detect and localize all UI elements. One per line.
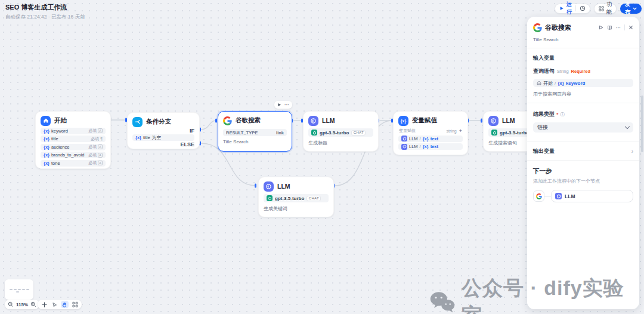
start-field-row[interactable]: {x}audience 必填A [41, 144, 106, 150]
docs-book-icon[interactable] [607, 25, 612, 30]
divider [527, 141, 639, 141]
chevron-down-icon [633, 7, 637, 10]
llm-icon [488, 116, 499, 126]
start-field-row[interactable]: {x}title 必填¶ [41, 136, 106, 142]
condition-row[interactable]: {x} title 为空 [132, 134, 194, 141]
if-branch-label: IF [132, 128, 194, 134]
publish-button-label[interactable]: 发布 [625, 1, 630, 16]
text-type-icon: A [98, 144, 103, 149]
minimap[interactable] [5, 279, 33, 300]
query-variable-selector[interactable]: 开始 / {x} keyword [533, 79, 633, 87]
node-title: 谷歌搜索 [236, 116, 261, 125]
param-value: link [276, 130, 284, 136]
node-start[interactable]: 开始 {x}keyword 必填A {x}title 必填¶ {x}audien… [35, 111, 111, 169]
query-required-badge: Required [571, 69, 591, 74]
add-variable-button[interactable]: + [459, 128, 462, 134]
start-field-row[interactable]: {x}keyword 必填A [41, 128, 106, 134]
query-label-row: 查询语句 String Required [533, 67, 633, 75]
output-vars-row[interactable]: 输出变量 › [533, 147, 633, 155]
variable-icon: {x} [44, 152, 49, 158]
model-name: gpt-3.5-turbo [275, 196, 304, 201]
page-scrollbar[interactable] [641, 96, 643, 152]
play-icon[interactable] [599, 25, 603, 30]
variable-icon: {x} [423, 144, 429, 149]
node-start-header: 开始 [41, 115, 106, 126]
panel-header: 谷歌搜索 ··· [533, 23, 633, 32]
history-clock-icon[interactable] [580, 5, 586, 11]
node-ifelse[interactable]: 条件分支 IF {x} title 为空 ELSE [127, 112, 200, 149]
param-row: RESULT_TYPE link [223, 129, 287, 136]
field-name: tone [51, 161, 60, 166]
node-config-panel: 谷歌搜索 ··· Title Search 输入变量 查询语句 String R… [527, 17, 639, 309]
home-icon [537, 81, 541, 85]
node-variable-assigner[interactable]: {x} 变量赋值 变量赋值 string + LLM / {x} text LL… [393, 111, 468, 155]
variable-icon: {x} [44, 128, 49, 134]
more-icon[interactable]: ··· [284, 102, 289, 107]
hand-tool[interactable] [61, 301, 69, 308]
ref-node-name: LLM [409, 144, 418, 149]
features-button-label[interactable]: 功能 [606, 1, 612, 16]
features-button[interactable]: 功能 [594, 4, 617, 14]
text-type-icon: A [98, 161, 103, 165]
close-icon[interactable] [628, 25, 633, 30]
pointer-tool[interactable] [51, 301, 58, 308]
run-button-label[interactable]: 运行 [566, 1, 572, 16]
next-step-preview: LLM [533, 190, 633, 202]
publish-button[interactable]: 发布 [620, 4, 642, 14]
start-field-row[interactable]: {x}tone 必填A [41, 160, 106, 167]
node-google-search[interactable]: 谷歌搜索 RESULT_TYPE link Title Search [218, 111, 292, 152]
variable-icon: {x} [44, 144, 49, 150]
chevron-down-icon [625, 124, 630, 129]
node-llm-keywords[interactable]: LLM gpt-3.5-turbo CHAT 生成关键词 [258, 177, 334, 217]
required-asterisk: * [556, 112, 559, 118]
node-llm-title[interactable]: LLM gpt-3.5-turbo CHAT 生成标题 [303, 111, 379, 152]
input-vars-section-label: 输入变量 [533, 54, 633, 62]
node-title: LLM [502, 117, 515, 124]
result-type-label: 结果类型 [533, 110, 555, 118]
llm-ref-icon [401, 144, 407, 150]
home-icon [41, 116, 51, 126]
node-llm-header: LLM [308, 115, 373, 126]
canvas-tools [38, 300, 82, 309]
assigner-row: LLM / {x} text [398, 143, 463, 150]
start-field-row[interactable]: {x}brands_to_avoid 必填A [41, 152, 106, 158]
divider [527, 103, 639, 103]
auto-layout-icon[interactable] [71, 301, 79, 308]
variable-icon: {x} [135, 135, 141, 140]
variable-icon: {x} [44, 161, 49, 166]
next-step-description: 添加此工作流程中的下一个节点 [533, 178, 633, 184]
openai-icon [267, 195, 273, 201]
run-button-group[interactable]: 运行 [555, 4, 590, 14]
node-google-header: 谷歌搜索 [223, 115, 287, 126]
required-label: 必填 [88, 152, 97, 158]
zoom-out-icon[interactable] [8, 301, 14, 307]
chevron-right-icon[interactable]: › [631, 148, 633, 155]
zoom-level[interactable]: 115% [16, 302, 28, 307]
google-icon [223, 116, 232, 125]
more-icon[interactable]: ··· [616, 25, 621, 30]
node-title: LLM [322, 117, 335, 124]
panel-subtitle: Title Search [533, 37, 633, 42]
ref-variable-name: text [431, 136, 438, 141]
model-row: gpt-3.5-turbo CHAT [264, 194, 329, 202]
param-key: RESULT_TYPE [226, 130, 258, 136]
next-node-llm[interactable]: LLM [551, 190, 633, 202]
llm-icon [308, 116, 318, 126]
play-icon [559, 6, 564, 11]
top-toolbar: 运行 功能 发布 [555, 3, 644, 14]
query-label: 查询语句 [533, 67, 555, 75]
required-label: 必填 [88, 160, 97, 166]
variable-icon: {x} [423, 136, 429, 141]
result-type-label-row: 结果类型 * ⓘ [533, 110, 633, 118]
workflow-title: SEO 博客生成工作流 [5, 3, 85, 12]
text-type-icon: A [98, 128, 103, 133]
field-name: title [51, 136, 58, 141]
play-icon[interactable] [277, 103, 281, 107]
selected-node-name: 开始 [543, 80, 553, 87]
required-label: 必填 [88, 128, 97, 134]
grid-icon [599, 6, 604, 11]
add-node-button[interactable] [41, 301, 48, 308]
required-label: 必填 [91, 136, 99, 142]
result-type-select[interactable]: 链接 [533, 122, 633, 133]
zoom-in-icon[interactable] [30, 301, 36, 307]
